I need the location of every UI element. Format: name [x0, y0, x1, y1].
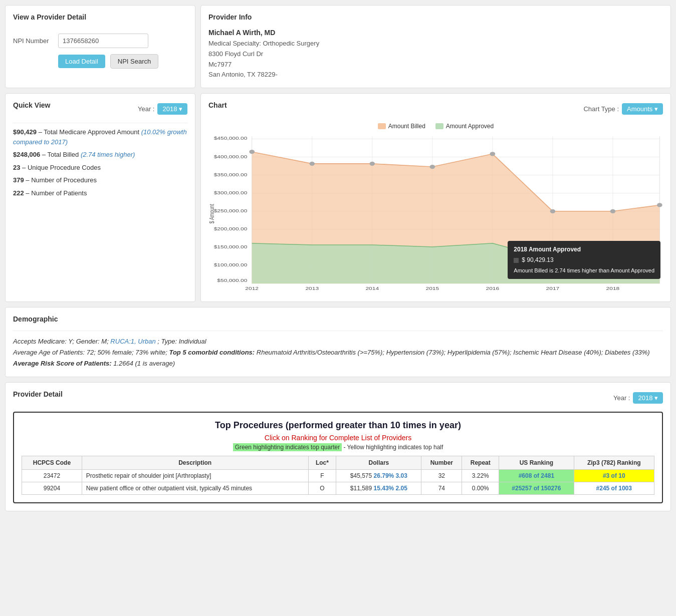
- cell-hcpcs-2: 99204: [22, 482, 82, 495]
- note-separator: - Yellow highlighting indicates top half: [344, 444, 443, 451]
- table-row: 99204 New patient office or other outpat…: [22, 482, 654, 495]
- chart-legend: Amount Billed Amount Approved: [208, 123, 663, 130]
- col-zip-rank: Zip3 (782) Ranking: [574, 456, 654, 470]
- tooltip-note: Amount Billed is 2.74 times higher than …: [514, 266, 654, 275]
- ruca-link[interactable]: RUCA:1, Urban: [110, 338, 155, 345]
- quickview-stats: $90,429 – Total Medicare Approved Amount…: [13, 127, 187, 198]
- cell-desc-2: New patient office or other outpatient v…: [82, 482, 308, 495]
- npi-label: NPI Number: [13, 37, 53, 45]
- svg-point-30: [309, 162, 315, 166]
- svg-point-31: [369, 162, 375, 166]
- legend-billed-box: [378, 123, 386, 129]
- provider-detail-header: Provider Detail Year : 2018 ▾: [13, 390, 663, 406]
- procedures-table: HCPCS Code Description Loc* Dollars Numb…: [22, 456, 654, 495]
- stat-billed-note: (2.74 times higher): [81, 151, 135, 158]
- quickview-card: Quick View Year : 2018 ▾ $90,429 – Total…: [5, 93, 195, 302]
- chart-tooltip: 2018 Amount Approved $ 90,429.13 Amount …: [508, 241, 660, 279]
- svg-text:$200,000.00: $200,000.00: [214, 226, 248, 231]
- note-green-text: Green highlighting indicates top quarter: [233, 443, 342, 451]
- stat-codes: 23 – Unique Procedure Codes: [13, 163, 187, 173]
- chart-type-value: Amounts: [627, 105, 652, 113]
- provider-input-title: View a Provider Detail: [13, 13, 187, 21]
- col-dollars: Dollars: [336, 456, 421, 470]
- year-dropdown[interactable]: 2018 ▾: [157, 103, 187, 115]
- tooltip-amount-value: $ 90,429.13: [522, 255, 553, 265]
- stat-billed-amount: $248,006: [13, 151, 40, 158]
- svg-text:$ Amount: $ Amount: [208, 204, 215, 224]
- stat-patients: 222 – Number of Patients: [13, 188, 187, 198]
- svg-point-35: [610, 209, 616, 213]
- provider-detail-title: Provider Detail: [13, 390, 63, 398]
- svg-text:$450,000.00: $450,000.00: [214, 136, 248, 141]
- cell-loc-2: O: [308, 482, 336, 495]
- svg-text:$350,000.00: $350,000.00: [214, 172, 248, 177]
- tooltip-title: 2018 Amount Approved: [514, 245, 654, 254]
- svg-text:$300,000.00: $300,000.00: [214, 190, 248, 195]
- svg-text:$400,000.00: $400,000.00: [214, 154, 248, 159]
- svg-point-29: [249, 150, 255, 154]
- demographic-line2: Average Age of Patients: 72; 50% female;…: [13, 347, 663, 358]
- legend-approved-label: Amount Approved: [446, 123, 494, 130]
- button-row: Load Detail NPI Search: [58, 54, 187, 69]
- chart-title: Chart: [208, 101, 227, 109]
- demographic-title: Demographic: [13, 315, 663, 323]
- cell-dollars-1: $45,575 26.79% 3.03: [336, 470, 421, 482]
- col-number: Number: [421, 456, 462, 470]
- table-subtitle: Click on Ranking for Complete List of Pr…: [22, 434, 654, 442]
- provider-detail-year-label: Year :: [613, 394, 630, 402]
- stat-codes-amount: 23: [13, 164, 20, 171]
- cell-hcpcs-1: 23472: [22, 470, 82, 482]
- chart-header: Chart Chart Type : Amounts ▾: [208, 101, 663, 117]
- npi-input[interactable]: [58, 34, 148, 48]
- tooltip-amount: $ 90,429.13: [514, 255, 654, 265]
- load-detail-button[interactable]: Load Detail: [58, 55, 105, 68]
- provider-address3: San Antonio, TX 78229-: [208, 70, 663, 80]
- provider-detail-year-dropdown[interactable]: 2018 ▾: [633, 392, 663, 404]
- provider-detail-year-value: 2018: [638, 394, 652, 402]
- chart-card: Chart Chart Type : Amounts ▾ Amount Bill…: [200, 93, 671, 302]
- year-label: Year :: [138, 105, 155, 113]
- svg-text:$50,000.00: $50,000.00: [217, 278, 247, 283]
- svg-text:$150,000.00: $150,000.00: [214, 244, 248, 249]
- svg-point-32: [429, 165, 435, 169]
- legend-billed: Amount Billed: [378, 123, 425, 130]
- chart-type-dropdown[interactable]: Amounts ▾: [622, 103, 663, 115]
- cell-zip-rank-1[interactable]: #3 of 10: [574, 470, 654, 482]
- provider-input-card: View a Provider Detail NPI Number Load D…: [5, 5, 195, 88]
- legend-approved-box: [435, 123, 443, 129]
- cell-dollars-2: $11,589 15.43% 2.05: [336, 482, 421, 495]
- col-repeat: Repeat: [462, 456, 499, 470]
- table-note: Green highlighting indicates top quarter…: [22, 444, 654, 451]
- cell-zip-rank-2[interactable]: #245 of 1003: [574, 482, 654, 495]
- provider-name: Michael A Wirth, MD: [208, 29, 663, 37]
- dollar-pct-1: 26.79% 3.03: [374, 472, 407, 479]
- specialty-value: Orthopedic Surgery: [263, 40, 319, 47]
- col-loc: Loc*: [308, 456, 336, 470]
- cell-us-rank-2[interactable]: #25257 of 150276: [499, 482, 574, 495]
- stat-billed: $248,006 – Total Billed (2.74 times high…: [13, 150, 187, 160]
- provider-info-title: Provider Info: [208, 13, 663, 21]
- provider-address2: Mc7977: [208, 60, 663, 70]
- stat-procedures: 379 – Number of Procedures: [13, 175, 187, 185]
- svg-text:2017: 2017: [546, 285, 560, 290]
- svg-text:2018: 2018: [606, 285, 620, 290]
- stat-approved-amount: $90,429: [13, 128, 37, 136]
- cell-loc-1: F: [308, 470, 336, 482]
- procedures-table-section: Top Procedures (performed greater than 1…: [13, 412, 663, 503]
- provider-detail-section: Provider Detail Year : 2018 ▾ Top Proced…: [5, 382, 671, 511]
- svg-text:$100,000.00: $100,000.00: [214, 262, 248, 267]
- cell-us-rank-1[interactable]: #608 of 2481: [499, 470, 574, 482]
- svg-point-36: [657, 203, 662, 207]
- svg-text:2013: 2013: [305, 285, 319, 290]
- col-desc: Description: [82, 456, 308, 470]
- svg-text:2014: 2014: [365, 285, 379, 290]
- demographic-card: Demographic Accepts Medicare: Y; Gender:…: [5, 307, 671, 377]
- stat-patients-amount: 222: [13, 189, 24, 197]
- legend-approved: Amount Approved: [435, 123, 494, 130]
- stat-approved: $90,429 – Total Medicare Approved Amount…: [13, 127, 187, 147]
- cell-number-1: 32: [421, 470, 462, 482]
- stat-procedures-amount: 379: [13, 176, 24, 184]
- npi-search-button[interactable]: NPI Search: [110, 54, 158, 69]
- specialty-label: Medical Specialty:: [208, 40, 261, 47]
- cell-repeat-2: 0.00%: [462, 482, 499, 495]
